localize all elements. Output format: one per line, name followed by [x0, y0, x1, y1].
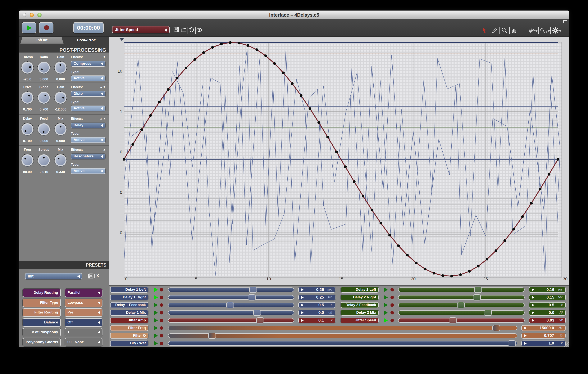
svg-text:0: 0: [120, 150, 122, 154]
svg-text:-0: -0: [124, 277, 128, 281]
svg-text:10: 10: [266, 277, 271, 281]
svg-text:15: 15: [339, 277, 343, 281]
svg-text:10: 10: [118, 69, 122, 73]
svg-text:1: 1: [120, 109, 122, 114]
svg-text:0: 0: [120, 190, 122, 195]
svg-text:30: 30: [563, 277, 567, 281]
svg-text:5: 5: [195, 277, 197, 281]
svg-text:20: 20: [411, 277, 416, 281]
svg-text:0: 0: [120, 230, 122, 235]
svg-text:25: 25: [483, 277, 488, 281]
